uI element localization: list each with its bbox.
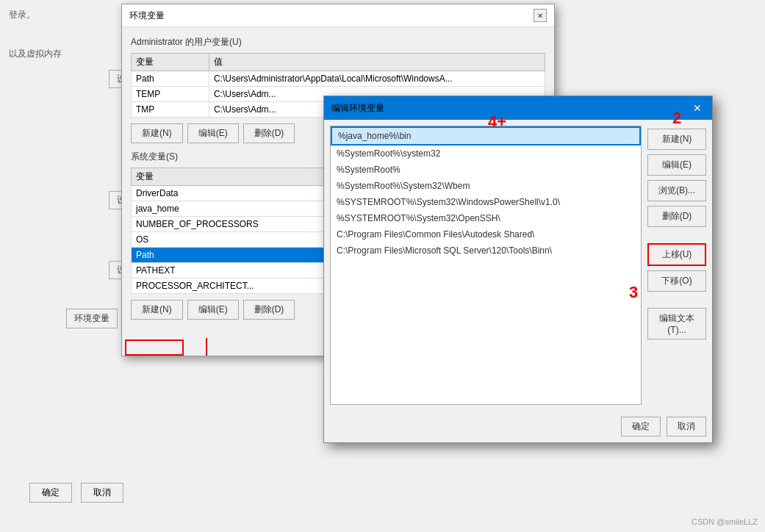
env-dialog-title: 环境变量 — [129, 10, 165, 22]
user-section-label: Administrator 的用户变量(U) — [131, 36, 545, 48]
virtual-mem-text: 以及虚拟内存 — [9, 48, 62, 60]
edit-dialog-title: 编辑环境变量 — [331, 102, 384, 115]
user-new-button[interactable]: 新建(N) — [131, 123, 183, 143]
cursor-line — [206, 338, 207, 356]
user-edit-button[interactable]: 编辑(E) — [187, 123, 239, 143]
edit-delete-button[interactable]: 删除(D) — [647, 206, 706, 227]
path-list-item[interactable]: C:\Program Files\Common Files\Autodesk S… — [331, 226, 641, 242]
path-list-item[interactable]: %SystemRoot%\System32\Wbem — [331, 178, 641, 194]
user-table-col2: 值 — [209, 54, 545, 71]
edit-dialog-body: %java_home%\bin%SystemRoot%\system32%Sys… — [324, 120, 712, 411]
system-new-button[interactable]: 新建(N) — [131, 300, 183, 320]
edit-move-up-button[interactable]: 上移(U) — [647, 243, 706, 266]
user-table-col1: 变量 — [132, 54, 209, 71]
csdn-watermark: CSDN @smileLLZ — [692, 517, 758, 526]
path-list-item[interactable]: %SYSTEMROOT%\System32\OpenSSH\ — [331, 210, 641, 226]
edit-dialog-titlebar: 编辑环境变量 ✕ — [324, 96, 712, 120]
edit-dialog-close-button[interactable]: ✕ — [690, 101, 705, 115]
path-list-item[interactable]: %SystemRoot%\system32 — [331, 145, 641, 162]
edit-new-button[interactable]: 新建(N) — [647, 129, 706, 150]
login-text: 登录。 — [9, 9, 35, 21]
edit-buttons-panel: 新建(N) 编辑(E) 浏览(B)... 删除(D) 上移(U) 下移(O) 编… — [647, 126, 706, 405]
system-delete-button[interactable]: 删除(D) — [243, 300, 295, 320]
edit-move-down-button[interactable]: 下移(O) — [647, 270, 706, 292]
user-table-row[interactable]: PathC:\Users\Administrator\AppData\Local… — [132, 71, 545, 87]
env-dialog-titlebar: 环境变量 ✕ — [122, 4, 554, 27]
path-list-item[interactable]: %SystemRoot% — [331, 162, 641, 178]
edit-ok-button[interactable]: 确定 — [621, 417, 661, 436]
edit-text-button[interactable]: 编辑文本(T)... — [647, 308, 706, 339]
edit-cancel-button[interactable]: 取消 — [667, 417, 706, 436]
bg-ok-button[interactable]: 确定 — [29, 483, 72, 503]
path-list-item[interactable]: C:\Program Files\Microsoft SQL Server\12… — [331, 242, 641, 259]
bg-cancel-button[interactable]: 取消 — [81, 483, 123, 503]
env-variables-button[interactable]: 环境变量 — [66, 309, 118, 328]
user-delete-button[interactable]: 删除(D) — [243, 123, 295, 143]
path-list-item[interactable]: %SYSTEMROOT%\System32\WindowsPowerShell\… — [331, 194, 641, 210]
system-edit-button[interactable]: 编辑(E) — [187, 300, 239, 320]
path-list: %java_home%\bin%SystemRoot%\system32%Sys… — [330, 126, 642, 405]
edit-browse-button[interactable]: 浏览(B)... — [647, 180, 706, 201]
edit-env-dialog: 编辑环境变量 ✕ %java_home%\bin%SystemRoot%\sys… — [323, 96, 713, 443]
edit-dialog-footer: 确定 取消 — [324, 411, 712, 442]
env-dialog-close-button[interactable]: ✕ — [534, 9, 547, 22]
path-list-item[interactable]: %java_home%\bin — [331, 126, 641, 145]
edit-edit-button[interactable]: 编辑(E) — [647, 154, 706, 176]
